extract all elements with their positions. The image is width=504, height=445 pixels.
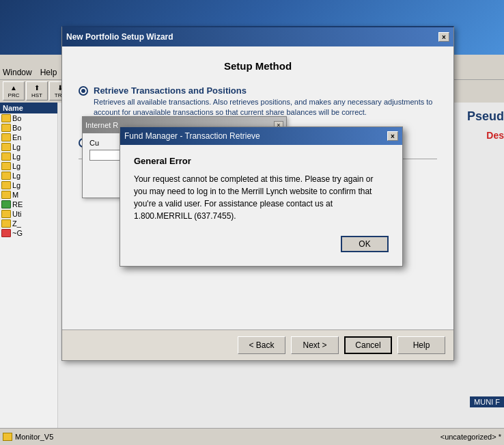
prc-icon: ▲	[8, 83, 19, 92]
status-monitor: Monitor_V5	[15, 433, 53, 441]
folder-icon	[1, 172, 11, 180]
folder-icon-red	[1, 229, 11, 237]
wizard-titlebar: New Portfolio Setup Wizard ×	[62, 27, 453, 46]
error-dialog: Fund Manager - Transaction Retrieve × Ge…	[120, 126, 403, 267]
list-item[interactable]: Bo	[0, 113, 57, 123]
error-close-button[interactable]: ×	[387, 131, 398, 141]
list-item[interactable]: Bo	[0, 123, 57, 133]
error-ok-button[interactable]: OK	[341, 236, 389, 252]
cancel-button[interactable]: Cancel	[344, 336, 392, 354]
menu-help[interactable]: Help	[40, 68, 57, 77]
folder-icon	[1, 210, 11, 218]
error-heading: General Error	[134, 156, 389, 166]
list-item[interactable]: Z_	[0, 219, 57, 228]
folder-icon	[1, 191, 11, 199]
muni-badge: MUNI F	[470, 396, 504, 407]
pseudo-text: Pseud	[467, 109, 504, 124]
radio-retrieve-desc: Retrieves all available transactions. Al…	[94, 97, 437, 118]
status-folder-icon	[3, 433, 12, 441]
hst-label: HST	[31, 92, 42, 98]
list-item[interactable]: Lg	[0, 180, 57, 190]
list-item[interactable]: En	[0, 133, 57, 142]
radio-retrieve-circle[interactable]	[79, 86, 88, 96]
list-item[interactable]: ~G	[0, 228, 57, 238]
error-footer: OK	[134, 236, 389, 252]
toolbar-prc[interactable]: ▲ PRC	[3, 81, 25, 100]
folder-icon	[1, 124, 11, 132]
wizard-close-button[interactable]: ×	[438, 32, 449, 42]
list-item[interactable]: Lg	[0, 152, 57, 161]
folder-icon	[1, 152, 11, 161]
desc-text: Des	[486, 130, 504, 141]
wizard-footer: < Back Next > Cancel Help	[62, 329, 453, 360]
folder-icon	[1, 162, 11, 170]
menu-window[interactable]: Window	[3, 68, 32, 77]
radio-retrieve-label: Retrieve Transactions and Positions	[94, 85, 437, 96]
list-item[interactable]: Lg	[0, 171, 57, 180]
prc-label: PRC	[8, 92, 20, 98]
error-title-text: Fund Manager - Transaction Retrieve	[124, 131, 260, 141]
hst-icon: ⬆	[31, 83, 42, 92]
list-item[interactable]: Lg	[0, 142, 57, 152]
back-button[interactable]: < Back	[238, 336, 285, 354]
error-content: General Error Your request cannot be com…	[120, 145, 402, 266]
retrieve-title-text: Internet R	[85, 121, 118, 129]
folder-icon	[1, 114, 11, 122]
toolbar-hst[interactable]: ⬆ HST	[26, 81, 48, 100]
next-button[interactable]: Next >	[291, 336, 339, 354]
folder-icon	[1, 219, 11, 228]
app-window: Window Help ▲ PRC ⬆ HST ⬇ TRN Name Bo Bo…	[0, 0, 504, 445]
error-message-text: Your request cannot be completed at this…	[134, 173, 389, 222]
radio-retrieve-content: Retrieve Transactions and Positions Retr…	[94, 85, 437, 118]
wizard-page-title: Setup Method	[79, 60, 437, 72]
radio-option-retrieve[interactable]: Retrieve Transactions and Positions Retr…	[79, 85, 437, 118]
folder-icon	[1, 181, 11, 189]
list-item[interactable]: Uti	[0, 209, 57, 219]
error-titlebar: Fund Manager - Transaction Retrieve ×	[120, 127, 402, 145]
status-bar: Monitor_V5 <uncategorized> *	[0, 428, 504, 445]
folder-icon	[1, 133, 11, 141]
folder-icon	[1, 143, 11, 151]
list-item[interactable]: Lg	[0, 161, 57, 171]
list-item[interactable]: M	[0, 190, 57, 200]
left-panel: Name Bo Bo En Lg Lg Lg Lg Lg M RE Uti Z_…	[0, 103, 58, 428]
folder-icon-green	[1, 200, 11, 208]
wizard-title-text: New Portfolio Setup Wizard	[66, 32, 173, 42]
help-button[interactable]: Help	[397, 336, 445, 354]
status-category: <uncategorized> *	[440, 433, 501, 441]
list-header: Name	[0, 103, 57, 113]
list-item[interactable]: RE	[0, 200, 57, 209]
